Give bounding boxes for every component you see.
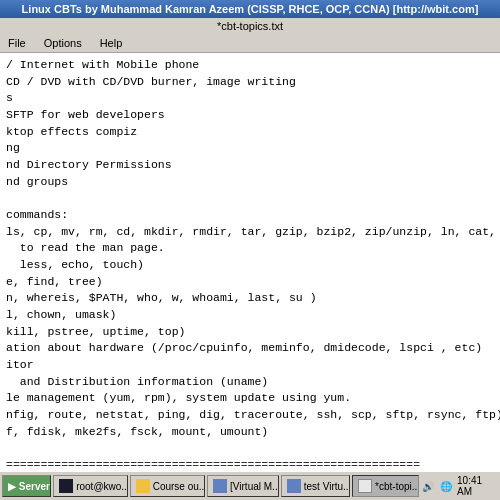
taskbar-label-root: root@kwo... [76,481,128,492]
taskbar-btn-vm1[interactable]: [Virtual M... [207,475,279,497]
text-content: / Internet with Mobile phone CD / DVD wi… [0,53,500,470]
terminal-icon [59,479,73,493]
menu-bar: File Options Help [0,34,500,53]
taskbar-btn-course[interactable]: Course ou... [130,475,205,497]
taskbar-btn-cbt[interactable]: *cbt-topi... [352,475,419,497]
taskbar-label-vm1: [Virtual M... [230,481,279,492]
file-name: *cbt-topics.txt [217,20,283,32]
start-label: ▶ Server [8,481,50,492]
tray-icon-sound: 🔊 [421,478,435,494]
vm-icon-2 [287,479,301,493]
vm-icon-1 [213,479,227,493]
menu-help[interactable]: Help [96,36,127,50]
title-bar: Linux CBTs by Muhammad Kamran Azeem (CIS… [0,0,500,18]
file-label: *cbt-topics.txt [0,18,500,34]
taskbar-btn-root[interactable]: root@kwo... [53,475,128,497]
main-window: Linux CBTs by Muhammad Kamran Azeem (CIS… [0,0,500,500]
content-area: / Internet with Mobile phone CD / DVD wi… [0,53,500,470]
tray-icon-network: 🌐 [439,478,453,494]
start-button[interactable]: ▶ Server [2,475,51,497]
taskbar: ▶ Server root@kwo... Course ou... [Virtu… [0,470,500,500]
title-text: Linux CBTs by Muhammad Kamran Azeem (CIS… [22,3,479,15]
taskbar-tray: 🔊 🌐 10:41 AM [421,475,498,497]
menu-file[interactable]: File [4,36,30,50]
taskbar-label-course: Course ou... [153,481,205,492]
notepad-icon [358,479,372,493]
taskbar-btn-vm2[interactable]: test Virtu... [281,475,350,497]
menu-options[interactable]: Options [40,36,86,50]
folder-icon [136,479,150,493]
tray-time: 10:41 AM [457,475,494,497]
taskbar-label-cbt: *cbt-topi... [375,481,419,492]
taskbar-label-vm2: test Virtu... [304,481,350,492]
